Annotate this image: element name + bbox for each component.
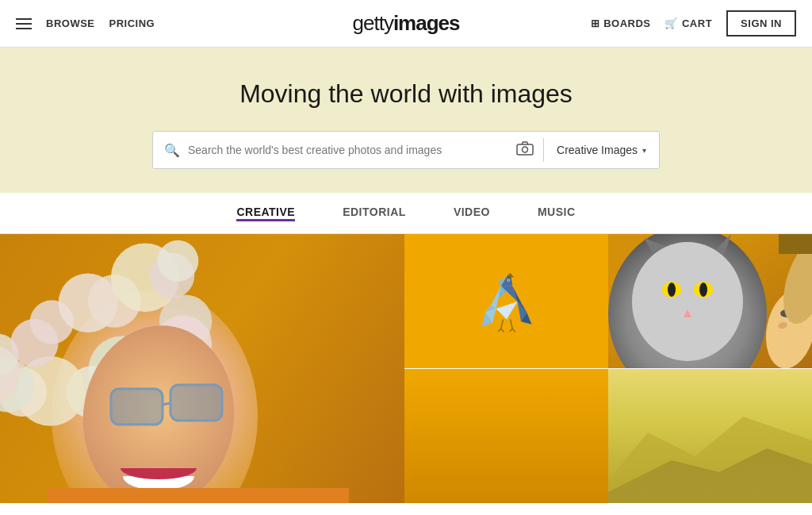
svg-point-26 bbox=[508, 279, 509, 281]
svg-marker-13 bbox=[496, 302, 517, 320]
search-icon: 🔍 bbox=[164, 143, 180, 158]
hero-section: Moving the world with images 🔍 Creative … bbox=[0, 48, 812, 193]
tab-video[interactable]: VIDEO bbox=[454, 206, 490, 221]
cart-button[interactable]: 🛒 CART bbox=[665, 17, 712, 29]
search-type-dropdown[interactable]: Creative Images ▾ bbox=[544, 144, 659, 156]
content-tabs: CREATIVE EDITORIAL VIDEO MUSIC bbox=[0, 193, 812, 234]
image-grid bbox=[0, 234, 812, 503]
search-bar: 🔍 Creative Images ▾ bbox=[152, 131, 660, 169]
header-right: ⊞ BOARDS 🛒 CART SIGN IN bbox=[591, 10, 796, 37]
camera-search-icon[interactable] bbox=[507, 141, 543, 159]
logo-light-part: getty bbox=[353, 11, 393, 35]
tab-editorial[interactable]: EDITORIAL bbox=[343, 206, 406, 221]
grid-image-mountain[interactable] bbox=[608, 369, 812, 503]
logo-bold-part: images bbox=[393, 11, 460, 35]
svg-marker-24 bbox=[507, 273, 514, 277]
logo-text: gettyimages bbox=[353, 11, 460, 36]
search-left: 🔍 bbox=[153, 143, 507, 158]
cart-label: CART bbox=[682, 17, 712, 29]
chevron-down-icon: ▾ bbox=[642, 146, 646, 155]
boards-icon: ⊞ bbox=[591, 17, 600, 29]
search-input[interactable] bbox=[188, 144, 496, 156]
hamburger-menu-icon[interactable] bbox=[16, 18, 32, 29]
tab-music[interactable]: MUSIC bbox=[538, 206, 576, 221]
grid-image-woman[interactable] bbox=[0, 234, 404, 503]
hero-title: Moving the world with images bbox=[16, 79, 796, 109]
svg-rect-0 bbox=[517, 144, 533, 155]
header: BROWSE PRICING gettyimages ⊞ BOARDS 🛒 CA… bbox=[0, 0, 812, 48]
svg-point-1 bbox=[523, 147, 528, 152]
cart-icon: 🛒 bbox=[665, 17, 678, 29]
grid-right bbox=[404, 234, 812, 503]
sign-in-button[interactable]: SIGN IN bbox=[726, 10, 796, 37]
header-logo[interactable]: gettyimages bbox=[353, 11, 460, 36]
svg-line-21 bbox=[510, 319, 512, 329]
svg-line-22 bbox=[509, 329, 512, 332]
boards-button[interactable]: ⊞ BOARDS bbox=[591, 17, 651, 29]
header-left: BROWSE PRICING bbox=[16, 17, 155, 29]
browse-link[interactable]: BROWSE bbox=[46, 17, 95, 29]
boards-label: BOARDS bbox=[603, 17, 650, 29]
tab-creative[interactable]: CREATIVE bbox=[236, 206, 295, 221]
svg-line-19 bbox=[498, 329, 501, 332]
grid-image-cat[interactable] bbox=[608, 234, 812, 368]
pricing-link[interactable]: PRICING bbox=[109, 17, 155, 29]
grid-image-bird[interactable] bbox=[404, 234, 608, 368]
dropdown-label: Creative Images bbox=[557, 144, 638, 156]
svg-line-18 bbox=[500, 319, 503, 329]
grid-image-orange[interactable] bbox=[404, 369, 608, 503]
svg-line-23 bbox=[512, 329, 515, 332]
svg-line-20 bbox=[500, 329, 504, 332]
